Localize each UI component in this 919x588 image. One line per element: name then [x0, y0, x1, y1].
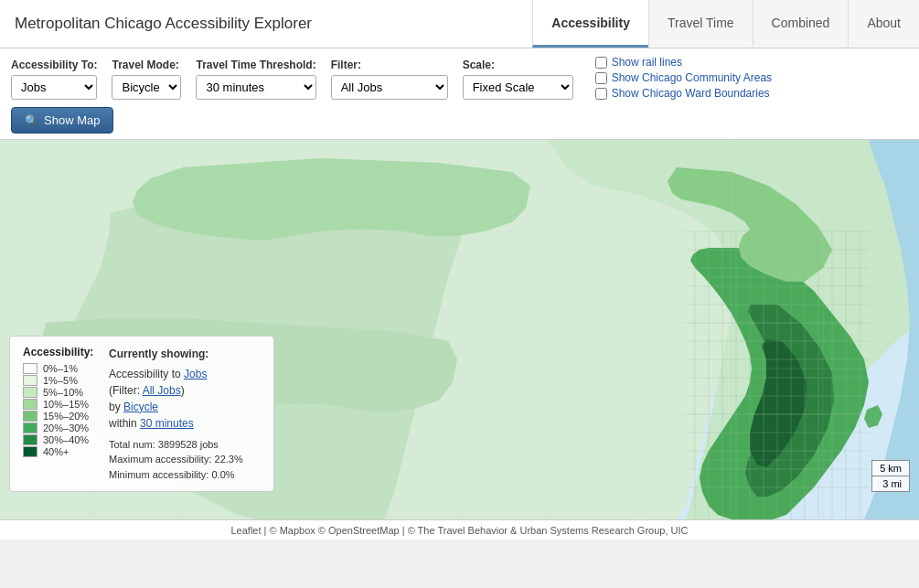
- legend-line3: by Bicycle: [109, 399, 243, 415]
- show-map-button[interactable]: 🔍 Show Map: [11, 107, 113, 134]
- travel-mode-select[interactable]: Bicycle Walk Transit Drive: [112, 75, 181, 100]
- legend-label: 20%–30%: [43, 422, 89, 433]
- legend-item: 0%–1%: [23, 363, 96, 374]
- travel-time-group: Travel Time Threshold: 10 minutes 20 min…: [196, 59, 315, 100]
- stats-block: Total num: 3899528 jobs Maximum accessib…: [109, 437, 243, 483]
- header: Metropolitan Chicago Accessibility Explo…: [0, 0, 919, 48]
- show-map-label: Show Map: [44, 113, 100, 127]
- travel-mode-label: Travel Mode:: [112, 59, 181, 71]
- legend-label: 40%+: [43, 446, 69, 457]
- legend-swatch: [23, 399, 37, 410]
- app-title: Metropolitan Chicago Accessibility Explo…: [0, 0, 532, 48]
- legend-item: 30%–40%: [23, 434, 96, 445]
- mi-scale: 3 mi: [872, 476, 909, 491]
- time-link[interactable]: 30 minutes: [140, 417, 194, 430]
- legend-swatch: [23, 363, 37, 374]
- legend-info: Currently showing: Accessibility to Jobs…: [109, 346, 243, 483]
- legend-label: 5%–10%: [43, 387, 83, 398]
- legend-item: 40%+: [23, 446, 96, 457]
- jobs-link[interactable]: Jobs: [184, 368, 207, 380]
- legend-label: 15%–20%: [43, 411, 89, 422]
- tab-travel-time[interactable]: Travel Time: [648, 0, 753, 48]
- travel-time-label: Travel Time Threshold:: [196, 59, 315, 71]
- tab-about[interactable]: About: [848, 0, 919, 48]
- show-rail-input[interactable]: [595, 57, 607, 69]
- filter-label: Filter:: [331, 59, 448, 71]
- scale-box: 5 km 3 mi: [871, 460, 910, 492]
- show-ward-checkbox[interactable]: Show Chicago Ward Boundaries: [595, 87, 772, 100]
- legend-item: 15%–20%: [23, 411, 96, 422]
- legend-item: 5%–10%: [23, 387, 96, 398]
- checkboxes-group: Show rail lines Show Chicago Community A…: [595, 56, 772, 100]
- legend-item: 10%–15%: [23, 399, 96, 410]
- legend-swatch: [23, 411, 37, 422]
- legend-swatch: [23, 375, 37, 386]
- tab-combined[interactable]: Combined: [753, 0, 849, 48]
- scale-label: Scale:: [463, 59, 573, 71]
- legend-line1: Accessibility to Jobs: [109, 366, 243, 382]
- footer-text: Leaflet | © Mapbox © OpenStreetMap | © T…: [231, 525, 689, 536]
- scale-group: Scale: Fixed Scale Dynamic Scale: [463, 59, 573, 100]
- filter-group: Filter: All Jobs Low-wage Jobs Mid-wage …: [331, 59, 448, 100]
- nav-tabs: Accessibility Travel Time Combined About: [532, 0, 919, 48]
- map-container[interactable]: Accessibility: 0%–1%1%–5%5%–10%10%–15%15…: [0, 140, 919, 519]
- tab-accessibility[interactable]: Accessibility: [532, 0, 648, 48]
- mode-link[interactable]: Bicycle: [123, 401, 158, 413]
- travel-time-select[interactable]: 10 minutes 20 minutes 30 minutes 40 minu…: [196, 75, 315, 100]
- legend-swatch: [23, 387, 37, 398]
- filter-link[interactable]: All Jobs: [143, 384, 181, 397]
- total-num: Total num: 3899528 jobs: [109, 437, 243, 453]
- show-community-input[interactable]: [595, 72, 607, 84]
- legend-swatch: [23, 446, 37, 457]
- scale-select[interactable]: Fixed Scale Dynamic Scale: [463, 75, 573, 100]
- legend-line2: (Filter: All Jobs): [109, 382, 243, 399]
- legend-colors: Accessibility: 0%–1%1%–5%5%–10%10%–15%15…: [23, 346, 96, 483]
- accessibility-to-select[interactable]: Jobs Education Hospitals Parks: [11, 75, 97, 100]
- legend-label: 1%–5%: [43, 375, 78, 386]
- legend-swatch: [23, 422, 37, 433]
- legend-label: 10%–15%: [43, 399, 89, 410]
- legend-label: 0%–1%: [43, 363, 78, 374]
- show-rail-label: Show rail lines: [612, 56, 682, 69]
- legend-label: 30%–40%: [43, 434, 89, 445]
- controls-bar: Accessibility To: Jobs Education Hospita…: [0, 48, 919, 140]
- show-community-checkbox[interactable]: Show Chicago Community Areas: [595, 71, 772, 84]
- accessibility-to-label: Accessibility To:: [11, 59, 97, 71]
- legend-title: Accessibility:: [23, 346, 96, 358]
- filter-select[interactable]: All Jobs Low-wage Jobs Mid-wage Jobs Hig…: [331, 75, 448, 100]
- footer: Leaflet | © Mapbox © OpenStreetMap | © T…: [0, 519, 919, 540]
- legend-swatch: [23, 434, 37, 445]
- min-accessibility: Minimum accessibility: 0.0%: [109, 467, 243, 483]
- show-rail-checkbox[interactable]: Show rail lines: [595, 56, 772, 69]
- show-community-label: Show Chicago Community Areas: [612, 71, 772, 84]
- search-icon: 🔍: [25, 114, 38, 127]
- travel-mode-group: Travel Mode: Bicycle Walk Transit Drive: [112, 59, 181, 100]
- show-ward-label: Show Chicago Ward Boundaries: [612, 87, 770, 100]
- legend-item: 1%–5%: [23, 375, 96, 386]
- svg-marker-8: [133, 158, 530, 241]
- currently-showing-title: Currently showing:: [109, 346, 243, 362]
- km-scale: 5 km: [872, 461, 909, 476]
- legend: Accessibility: 0%–1%1%–5%5%–10%10%–15%15…: [9, 336, 274, 493]
- max-accessibility: Maximum accessibility: 22.3%: [109, 452, 243, 467]
- accessibility-to-group: Accessibility To: Jobs Education Hospita…: [11, 59, 97, 100]
- legend-line4: within 30 minutes: [109, 415, 243, 432]
- controls-row: Accessibility To: Jobs Education Hospita…: [11, 56, 908, 100]
- show-ward-input[interactable]: [595, 88, 607, 100]
- button-row: 🔍 Show Map: [11, 107, 908, 134]
- legend-item: 20%–30%: [23, 422, 96, 433]
